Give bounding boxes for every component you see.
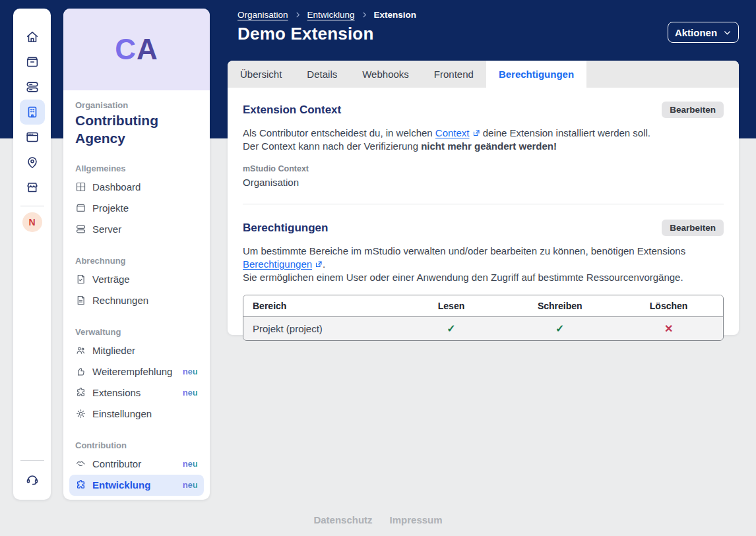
edit-permissions-button[interactable]: Bearbeiten — [662, 220, 724, 236]
sidebar-item-label: Projekte — [92, 202, 129, 214]
sidebar-item-vertraege[interactable]: Verträge — [69, 269, 204, 290]
extension-context-text: Als Contributor entscheidest du, in welc… — [243, 127, 724, 153]
breadcrumb-organisation[interactable]: Organisation — [237, 10, 288, 20]
external-link-icon — [472, 129, 480, 137]
mstudio-context-label: mStudio Context — [243, 164, 724, 173]
sidebar-item-server[interactable]: Server — [69, 219, 204, 240]
context-text-before: Als Contributor entscheidest du, in welc… — [243, 127, 435, 138]
breadcrumb: Organisation Entwicklung Extension — [237, 10, 416, 20]
extension-context-heading: Extension Context — [243, 104, 341, 117]
sidebar-item-label: Extensions — [92, 387, 141, 398]
permissions-table: Bereich Lesen Schreiben Löschen Projekt … — [243, 295, 724, 341]
sidebar-item-dashboard[interactable]: Dashboard — [69, 177, 204, 198]
puzzle-icon — [75, 387, 86, 398]
sidebar-item-entwicklung[interactable]: Entwicklung neu — [69, 475, 204, 496]
organisation-icon[interactable] — [20, 100, 45, 125]
sidebar-item-projekte[interactable]: Projekte — [69, 198, 204, 219]
chevron-right-icon — [294, 11, 301, 18]
check-icon: ✓ — [447, 323, 455, 334]
home-icon[interactable] — [20, 24, 45, 49]
neu-badge: neu — [183, 367, 198, 376]
sidebar-item-extensions[interactable]: Extensions neu — [69, 382, 204, 403]
contract-icon — [75, 274, 86, 285]
context-link[interactable]: Context — [435, 127, 470, 138]
cross-icon: ✕ — [664, 323, 673, 334]
sidebar-item-label: Rechnungen — [92, 295, 148, 306]
rail-divider-bottom — [20, 460, 44, 461]
sidebar-item-label: Dashboard — [92, 181, 141, 193]
permissions-text-line2: Sie ermöglichen einem User oder einer An… — [243, 271, 724, 284]
sidebar-item-weiterempfehlung[interactable]: Weiterempfehlung neu — [69, 361, 204, 382]
tab-frontend[interactable]: Frontend — [422, 61, 486, 88]
handshake-icon — [75, 458, 86, 469]
col-header-schreiben: Schreiben — [505, 295, 614, 317]
sidebar-item-label: Weiterempfehlung — [92, 366, 172, 377]
permissions-heading: Berechtigungen — [243, 222, 328, 235]
footer-link-datenschutz[interactable]: Datenschutz — [313, 514, 372, 525]
sidebar-item-label: Einstellungen — [92, 408, 152, 419]
page-title: Demo Extension — [237, 24, 416, 44]
berechtigungen-link[interactable]: Berechtigungen — [243, 258, 312, 270]
permissions-text: Um bestimmte Bereiche im mStudio verwalt… — [243, 245, 724, 284]
tab-details[interactable]: Details — [294, 61, 350, 88]
cell-bereich: Projekt (project) — [243, 317, 397, 340]
content-card: Übersicht Details Webhooks Frontend Bere… — [228, 61, 739, 335]
sidebar-item-einstellungen[interactable]: Einstellungen — [69, 403, 204, 425]
projects-icon[interactable] — [20, 49, 45, 74]
actions-button[interactable]: Aktionen — [668, 22, 739, 43]
page-header: Organisation Entwicklung Extension Demo … — [237, 10, 416, 44]
server-icon — [75, 223, 86, 235]
nav-section-allgemeines: Allgemeines — [75, 164, 198, 173]
footer-link-impressum[interactable]: Impressum — [390, 514, 443, 525]
websites-icon[interactable] — [20, 125, 45, 150]
tab-panel-berechtigungen: Extension Context Bearbeiten Als Contrib… — [228, 88, 739, 341]
sidebar-item-label: Entwicklung — [92, 479, 150, 491]
context-text-bold: nicht mehr geändert werden! — [421, 140, 557, 152]
col-header-loeschen: Löschen — [614, 295, 723, 317]
invoice-icon — [75, 295, 86, 306]
actions-button-label: Aktionen — [675, 27, 717, 38]
context-text-line2: Der Context kann nach der Verifizierung — [243, 140, 421, 152]
domains-icon[interactable] — [20, 150, 45, 175]
permissions-text-after: . — [323, 258, 325, 270]
tab-berechtigungen[interactable]: Berechtigungen — [486, 61, 586, 88]
tab-uebersicht[interactable]: Übersicht — [228, 61, 294, 88]
nav-section-abrechnung: Abrechnung — [75, 256, 198, 266]
col-header-lesen: Lesen — [397, 295, 506, 317]
sidebar-item-mitglieder[interactable]: Mitglieder — [69, 340, 204, 361]
neu-badge: neu — [183, 459, 198, 469]
section-divider — [243, 204, 724, 204]
col-header-bereich: Bereich — [243, 295, 397, 317]
tab-bar: Übersicht Details Webhooks Frontend Bere… — [228, 61, 739, 88]
org-sidebar: CA Organisation Contributing Agency Allg… — [63, 9, 210, 500]
org-name: Contributing Agency — [75, 112, 198, 148]
marketplace-icon[interactable] — [20, 175, 45, 200]
permissions-text-before: Um bestimmte Bereiche im mStudio verwalt… — [243, 245, 685, 256]
projects-icon — [75, 202, 86, 214]
breadcrumb-entwicklung[interactable]: Entwicklung — [307, 10, 355, 20]
icon-rail: N — [13, 9, 51, 500]
org-avatar-letter-2: A — [137, 33, 158, 66]
breadcrumb-extension: Extension — [374, 10, 417, 20]
gear-icon — [75, 408, 86, 419]
check-icon: ✓ — [555, 323, 564, 334]
user-avatar[interactable]: N — [22, 212, 42, 232]
sidebar-item-label: Mitglieder — [92, 345, 135, 356]
chevron-down-icon — [723, 28, 732, 37]
mstudio-context-value: Organisation — [243, 177, 724, 188]
org-avatar-letter-1: C — [115, 33, 137, 66]
rail-divider — [20, 206, 44, 206]
members-icon — [75, 345, 86, 356]
tab-webhooks[interactable]: Webhooks — [350, 61, 422, 88]
sidebar-item-rechnungen[interactable]: Rechnungen — [69, 290, 204, 311]
support-icon[interactable] — [20, 467, 45, 492]
dashboard-icon — [75, 181, 86, 193]
context-text-after: deine Extension installiert werden soll. — [480, 127, 650, 138]
nav-section-contribution: Contribution — [75, 440, 198, 450]
edit-context-button[interactable]: Bearbeiten — [662, 102, 724, 118]
sidebar-item-contributor[interactable]: Contributor neu — [69, 454, 204, 475]
servers-icon[interactable] — [20, 74, 45, 100]
external-link-icon — [315, 260, 323, 268]
org-avatar: CA — [63, 9, 210, 90]
sidebar-item-label: Contributor — [92, 458, 141, 469]
